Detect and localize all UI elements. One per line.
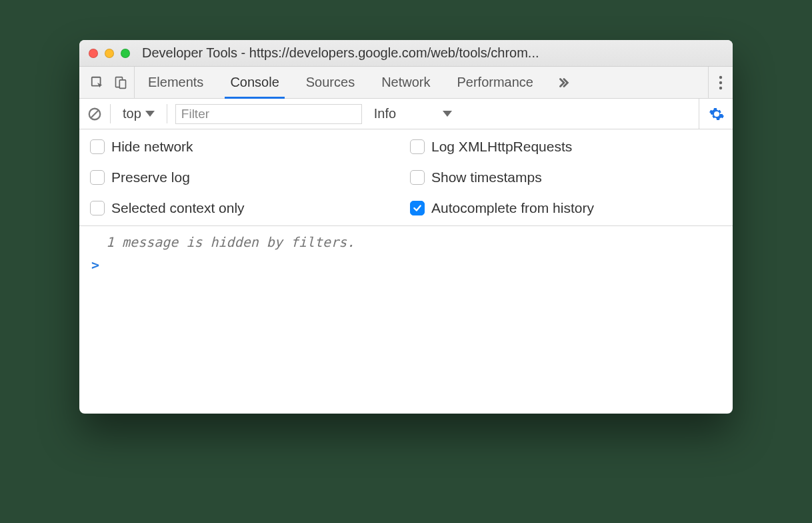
checkbox-label: Selected context only xyxy=(111,200,245,216)
window-controls xyxy=(89,49,130,58)
svg-point-4 xyxy=(719,81,722,83)
console-toolbar: top Info xyxy=(79,99,733,129)
svg-point-3 xyxy=(719,75,722,78)
svg-line-7 xyxy=(91,110,99,117)
svg-point-5 xyxy=(719,86,722,89)
checkbox-label: Log XMLHttpRequests xyxy=(431,139,572,155)
filtered-messages-notice: 1 message is hidden by filters. xyxy=(79,231,733,253)
console-settings: Hide network Log XMLHttpRequests Preserv… xyxy=(79,129,733,226)
context-label: top xyxy=(123,106,141,121)
divider xyxy=(167,104,167,123)
checkbox-autocomplete-history[interactable]: Autocomplete from history xyxy=(406,200,726,216)
tabs-overflow-button[interactable] xyxy=(547,75,580,90)
svg-rect-2 xyxy=(119,79,125,87)
tab-performance[interactable]: Performance xyxy=(444,67,547,98)
prompt-chevron-icon: > xyxy=(91,257,99,273)
tabs-left-icons xyxy=(79,67,135,98)
checkbox-label: Preserve log xyxy=(111,169,190,185)
titlebar: Developer Tools - https://developers.goo… xyxy=(79,40,733,67)
chevron-down-icon xyxy=(145,111,155,117)
devtools-window: Developer Tools - https://developers.goo… xyxy=(79,40,733,414)
console-output: 1 message is hidden by filters. > xyxy=(79,226,733,414)
window-title: Developer Tools - https://developers.goo… xyxy=(142,45,723,61)
tab-label: Performance xyxy=(457,75,534,90)
tab-list: Elements Console Sources Network Perform… xyxy=(135,67,547,98)
checkbox-hide-network[interactable]: Hide network xyxy=(86,139,406,155)
zoom-window-button[interactable] xyxy=(121,49,130,58)
checkbox-label: Hide network xyxy=(111,139,193,155)
tab-label: Sources xyxy=(306,75,355,90)
tab-label: Console xyxy=(230,75,279,90)
settings-gear-icon[interactable] xyxy=(709,106,725,122)
inspect-element-icon[interactable] xyxy=(90,75,105,90)
checkbox-label: Autocomplete from history xyxy=(431,200,594,216)
tab-label: Network xyxy=(381,75,430,90)
console-prompt[interactable]: > xyxy=(79,253,733,273)
kebab-menu-icon[interactable] xyxy=(718,75,723,91)
clear-console-icon[interactable] xyxy=(87,107,102,121)
tab-console[interactable]: Console xyxy=(217,67,292,98)
checkbox-log-xhr[interactable]: Log XMLHttpRequests xyxy=(406,139,726,155)
checkbox-preserve-log[interactable]: Preserve log xyxy=(86,169,406,185)
device-toolbar-icon[interactable] xyxy=(114,75,127,90)
log-level-label: Info xyxy=(374,106,396,121)
filter-input[interactable] xyxy=(175,104,362,124)
tabs-bar: Elements Console Sources Network Perform… xyxy=(79,67,733,99)
minimize-window-button[interactable] xyxy=(105,49,114,58)
checkbox-label: Show timestamps xyxy=(431,169,542,185)
close-window-button[interactable] xyxy=(89,49,98,58)
checkbox-selected-context-only[interactable]: Selected context only xyxy=(86,200,406,216)
chevron-down-icon xyxy=(443,111,452,117)
tab-elements[interactable]: Elements xyxy=(135,67,217,98)
context-selector[interactable]: top xyxy=(119,106,159,121)
tab-sources[interactable]: Sources xyxy=(293,67,368,98)
tab-label: Elements xyxy=(148,75,203,90)
svg-point-8 xyxy=(715,112,719,116)
divider xyxy=(110,104,111,123)
tab-network[interactable]: Network xyxy=(368,67,443,98)
tabs-menu xyxy=(708,67,733,98)
log-level-selector[interactable]: Info xyxy=(367,106,459,121)
checkbox-show-timestamps[interactable]: Show timestamps xyxy=(406,169,726,185)
